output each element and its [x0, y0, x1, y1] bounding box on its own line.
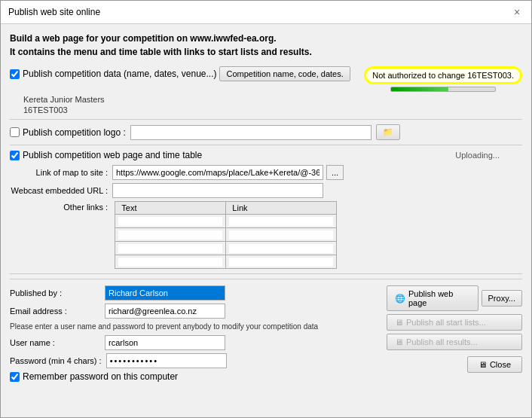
publish-webpage-label: Publish web page	[408, 289, 470, 307]
publish-data-label: Publish competition data (name, dates, v…	[23, 69, 216, 79]
links-col-text: Text	[115, 202, 226, 215]
link-text-4[interactable]	[115, 255, 226, 269]
divider-2	[10, 145, 522, 145]
webcast-label: Webcast embedded URL :	[10, 186, 108, 195]
close-row: 🖥 Close	[387, 356, 522, 373]
globe-icon: 🌐	[395, 294, 405, 304]
publish-logo-row: Publish competition logo : 📁	[10, 124, 522, 140]
map-ellipsis-button[interactable]: ...	[326, 165, 344, 180]
publish-webpage-button[interactable]: 🌐 Publish web page	[387, 285, 478, 311]
webcast-input[interactable]	[112, 183, 323, 198]
header-line2: It contains the menu and time table with…	[10, 47, 312, 57]
publish-start-lists-button[interactable]: 🖥 Publish all start lists...	[387, 314, 522, 331]
password-row: Password (min 4 chars) :	[10, 353, 379, 368]
logo-path-input[interactable]	[130, 125, 371, 140]
username-input[interactable]	[105, 335, 225, 350]
publish-webpage-label: Publish competition web page and time ta…	[23, 150, 202, 160]
published-by-row: Published by :	[10, 285, 379, 301]
map-input[interactable]	[112, 165, 323, 180]
bottom-section: Published by : Email address : Please en…	[10, 279, 522, 382]
publish-start-lists-label: Publish all start lists...	[406, 318, 486, 327]
window-title: Publish web site online	[8, 7, 100, 17]
publish-data-checkbox[interactable]	[10, 69, 20, 79]
publish-data-checkbox-label[interactable]: Publish competition data (name, dates, v…	[10, 69, 216, 79]
competition-name: Kereta Junior Masters	[23, 95, 522, 104]
published-by-input[interactable]	[105, 285, 225, 301]
username-row: User name :	[10, 335, 379, 350]
map-label: Link of map to site :	[10, 168, 108, 177]
other-links-label: Other links :	[10, 201, 108, 212]
publish-logo-checkbox[interactable]	[10, 127, 20, 137]
remember-checkbox[interactable]	[10, 372, 20, 382]
table-row	[115, 215, 337, 228]
publish-logo-checkbox-label[interactable]: Publish competition logo :	[10, 127, 126, 138]
link-url-1[interactable]	[226, 215, 337, 228]
uploading-label: Uploading...	[455, 151, 500, 160]
publish-results-button[interactable]: 🖥 Publish all results...	[387, 334, 522, 350]
title-bar: Publish web site online ×	[1, 1, 531, 24]
publish-results-label: Publish all results...	[406, 337, 478, 346]
table-row	[115, 242, 337, 255]
main-content: Build a web page for your competition on…	[1, 24, 531, 417]
close-button[interactable]: 🖥 Close	[467, 356, 522, 373]
remember-checkbox-label[interactable]: Remember password on this computer	[10, 371, 178, 382]
bottom-right: 🌐 Publish web page Proxy... 🖥 Publish al…	[387, 285, 522, 382]
header-line1: Build a web page for your competition on…	[10, 33, 277, 44]
main-window: Publish web site online × Build a web pa…	[0, 0, 532, 418]
link-url-2[interactable]	[226, 228, 337, 242]
map-field-row: Link of map to site : ...	[10, 165, 522, 180]
bottom-left: Published by : Email address : Please en…	[10, 285, 379, 382]
close-label: Close	[490, 360, 511, 369]
divider-3	[10, 273, 522, 274]
publish-webpage-checkbox-label[interactable]: Publish competition web page and time ta…	[10, 150, 202, 160]
other-links-table: Text Link	[115, 201, 341, 269]
not-authorized-container: Not authorized to change 16TEST003.	[364, 66, 522, 92]
remember-label: Remember password on this computer	[23, 371, 178, 382]
other-links-section: Other links : Text Link	[10, 201, 522, 269]
monitor-icon: 🖥	[395, 318, 403, 327]
authorization-progress-fill	[391, 87, 448, 91]
divider-1	[10, 119, 522, 120]
table-row	[115, 255, 337, 269]
remember-row: Remember password on this computer	[10, 371, 379, 382]
authorization-progress-bar	[390, 87, 496, 92]
link-text-3[interactable]	[115, 242, 226, 255]
link-url-4[interactable]	[226, 255, 337, 269]
link-text-2[interactable]	[115, 228, 226, 242]
competition-code: 16TEST003	[23, 105, 522, 114]
warning-text: Please enter a user name and password to…	[10, 322, 379, 332]
username-label: User name :	[10, 338, 100, 347]
publish-webpage-row: 🌐 Publish web page Proxy...	[387, 285, 522, 311]
webcast-field-row: Webcast embedded URL :	[10, 183, 522, 198]
map-input-row: ...	[112, 165, 344, 180]
links-col-link: Link	[226, 202, 337, 215]
header-text: Build a web page for your competition on…	[10, 32, 522, 59]
monitor-icon-3: 🖥	[478, 360, 487, 369]
link-text-1[interactable]	[115, 215, 226, 228]
publish-webpage-checkbox[interactable]	[10, 151, 20, 160]
proxy-button[interactable]: Proxy...	[482, 290, 522, 307]
competition-name-code-dates-button[interactable]: Competition name, code, dates.	[219, 66, 350, 81]
not-authorized-text: Not authorized to change 16TEST003.	[364, 66, 522, 84]
publish-logo-label: Publish competition logo :	[23, 127, 126, 138]
password-input[interactable]	[106, 353, 227, 368]
table-row	[115, 228, 337, 242]
logo-browse-button[interactable]: 📁	[376, 124, 400, 140]
published-by-label: Published by :	[10, 288, 100, 297]
email-label: Email address :	[10, 307, 100, 316]
close-window-button[interactable]: ×	[510, 5, 524, 19]
email-input[interactable]	[105, 304, 225, 319]
link-url-3[interactable]	[226, 242, 337, 255]
email-row: Email address :	[10, 304, 379, 319]
password-label: Password (min 4 chars) :	[10, 356, 102, 365]
monitor-icon-2: 🖥	[395, 337, 403, 346]
